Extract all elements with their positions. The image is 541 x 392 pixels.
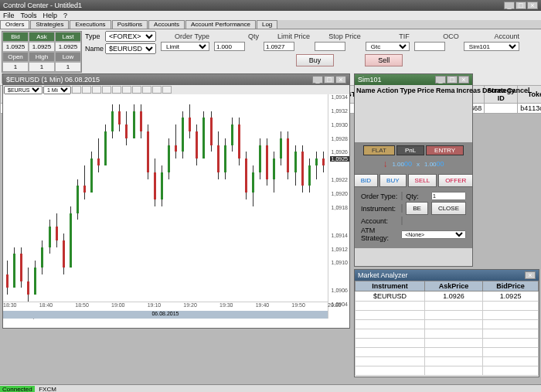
close-icon[interactable]: ×	[527, 2, 538, 9]
cell: b4113c025	[518, 104, 541, 114]
sell-button[interactable]: Sell	[365, 54, 403, 66]
main-titlebar: Control Center - Untitled1 _ □ ×	[0, 0, 541, 11]
menu-help[interactable]: Help	[43, 12, 58, 19]
sim-close-icon[interactable]: ×	[458, 76, 469, 84]
x-tick: 19:20	[183, 302, 197, 308]
type-label: Type	[85, 32, 104, 40]
strat-icon[interactable]	[142, 86, 151, 94]
limit-input[interactable]	[264, 42, 294, 51]
ma-empty-row	[356, 320, 539, 329]
tab-orders[interactable]: Orders	[0, 20, 29, 29]
menu-file[interactable]: File	[3, 12, 15, 19]
name-select[interactable]: $EURUSD	[105, 43, 156, 54]
chart-max-icon[interactable]: □	[324, 76, 335, 84]
chart-close-icon[interactable]: ×	[335, 76, 346, 84]
main-tabs: OrdersStrategiesExecutionsPositionsAccou…	[0, 20, 541, 29]
tab-positions[interactable]: Positions	[112, 20, 148, 29]
y-tick: 1,0914	[332, 233, 348, 238]
sim-title: Sim101	[358, 76, 382, 84]
tab-executions[interactable]: Executions	[70, 20, 111, 29]
sim-inst-label: Instrument:	[361, 205, 398, 213]
offer-button[interactable]: OFFER	[438, 174, 473, 187]
maximize-icon[interactable]: □	[515, 2, 526, 9]
sim-col: Decrea	[482, 87, 505, 94]
tab-log[interactable]: Log	[257, 20, 277, 29]
draw-icon[interactable]	[82, 86, 91, 94]
qty-input[interactable]	[214, 42, 245, 51]
sim-inst-select[interactable]	[401, 204, 403, 213]
sim-max-icon[interactable]: □	[447, 76, 458, 84]
data-icon[interactable]	[102, 86, 111, 94]
chart-window: $EURUSD (1 Min) 06.08.2015 _ □ × $EURUSD…	[2, 73, 350, 329]
sim-col: Name	[356, 87, 376, 94]
stop-input[interactable]	[315, 42, 345, 51]
x-tick: 18:30	[3, 302, 17, 308]
sim-col: Action	[377, 87, 399, 94]
ordertype-select[interactable]: Limit	[161, 42, 209, 51]
ma-row[interactable]: $EURUSD1.09261.0925	[356, 291, 539, 302]
props-icon[interactable]	[122, 86, 131, 94]
y-tick: 1,0926	[332, 149, 348, 155]
sim-qty-input[interactable]	[431, 192, 466, 200]
sim-sell-button[interactable]: SELL	[408, 174, 437, 187]
chart-toolbar: $EURUSD 1 Min	[3, 85, 349, 94]
be-button[interactable]: BE	[406, 202, 428, 215]
sim-window: Sim101 _ □ × NameActionTypePriceRemaIncr…	[354, 73, 473, 267]
tab-strategies[interactable]: Strategies	[30, 20, 69, 29]
oco-input[interactable]	[414, 42, 445, 51]
menu-tools[interactable]: Tools	[21, 12, 37, 19]
help-icon[interactable]: ?	[63, 12, 67, 19]
x-tick: 18:40	[39, 302, 53, 308]
ma-col[interactable]: Instrument	[356, 281, 425, 291]
sim-ot-select[interactable]: Market	[401, 192, 403, 200]
y-tick: 1,0918	[332, 205, 348, 210]
chart-icon[interactable]	[112, 86, 121, 94]
y-tick: 1,0922	[332, 177, 348, 182]
app-title: Control Center - Untitled1	[3, 2, 82, 9]
sim-min-icon[interactable]: _	[435, 76, 446, 84]
ma-empty-row	[356, 366, 539, 376]
close-button[interactable]: CLOSE	[431, 202, 466, 215]
account-select[interactable]: Sim101	[464, 42, 519, 51]
chart-tf-select[interactable]: 1 Min	[43, 86, 71, 94]
sim-buy-button[interactable]: BUY	[379, 174, 406, 187]
y-tick: 1,0906	[332, 288, 348, 293]
entry-pill[interactable]: ENTRY	[426, 145, 464, 155]
chart-area[interactable]: 1,09341,09321,09301,09281,09261,09221,09…	[3, 94, 349, 319]
sim-atm-label: ATM Strategy:	[361, 227, 398, 242]
cursor-icon[interactable]	[72, 86, 81, 94]
menubar: File Tools Help ?	[0, 11, 541, 20]
ma-close-icon[interactable]: ×	[525, 271, 536, 279]
chart-instrument-select[interactable]: $EURUSD	[4, 86, 43, 94]
type-select[interactable]: <FOREX>	[105, 31, 156, 42]
minimize-icon[interactable]: _	[504, 2, 515, 9]
x-tick: 18:50	[75, 302, 89, 308]
tab-accounts[interactable]: Accounts	[148, 20, 185, 29]
buy-button[interactable]: Buy	[296, 54, 335, 66]
save-icon[interactable]	[152, 86, 162, 94]
ma-col[interactable]: AskPrice	[424, 281, 482, 291]
bid-button[interactable]: BID	[354, 174, 378, 187]
name-label: Name	[85, 45, 104, 53]
chart-min-icon[interactable]: _	[312, 76, 323, 84]
quote-box: BidAskLast1.09251.09251.0925OpenHighLow1…	[2, 31, 82, 73]
flat-pill[interactable]: FLAT	[363, 145, 395, 155]
tif-select[interactable]: Gtc	[366, 42, 410, 51]
quote-cell: Low	[55, 52, 81, 62]
ma-col[interactable]: BidPrice	[483, 281, 539, 291]
tab-account-performance[interactable]: Account Performance	[185, 20, 256, 29]
sim-ot-label: Order Type:	[361, 193, 398, 200]
market-analyzer-window: Market Analyzer × InstrumentAskPriceBidP…	[354, 269, 539, 377]
ind-icon[interactable]	[132, 86, 141, 94]
pnl-pill[interactable]: PnL	[396, 145, 424, 155]
chart-date: 06.08.2015	[3, 311, 328, 319]
sim-acc-select[interactable]: Sim101	[401, 216, 403, 225]
print-icon[interactable]	[162, 86, 172, 94]
sim-atm-select[interactable]: <None>	[401, 230, 466, 239]
ma-empty-row	[356, 357, 539, 366]
oco-label: OCO	[414, 32, 459, 40]
ma-empty-row	[356, 339, 539, 348]
quote-cell: 1.0925	[55, 42, 81, 52]
zoom-icon[interactable]	[92, 86, 101, 94]
sim-col: Cancel	[507, 87, 530, 94]
